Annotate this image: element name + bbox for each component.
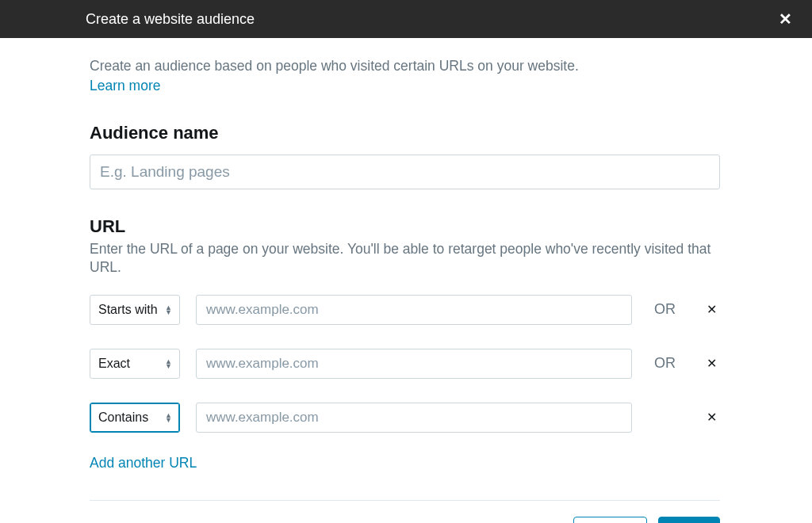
url-input[interactable]	[196, 403, 632, 433]
url-section-description: Enter the URL of a page on your website.…	[90, 240, 724, 277]
match-type-select[interactable]	[90, 295, 180, 325]
url-section-label: URL	[90, 216, 724, 237]
match-type-wrap: ▲▼	[90, 403, 180, 433]
cancel-button[interactable]: Cancel	[573, 517, 648, 523]
or-label: OR	[654, 301, 694, 318]
remove-row-icon[interactable]: ✕	[705, 356, 718, 371]
footer-divider	[90, 500, 720, 501]
match-type-wrap: ▲▼	[90, 295, 180, 325]
match-type-wrap: ▲▼	[90, 349, 180, 379]
modal-footer: By clicking "Save", I agree to these ter…	[90, 517, 720, 523]
or-label: OR	[654, 355, 694, 372]
url-input[interactable]	[196, 295, 632, 325]
url-row: ▲▼ OR ✕	[90, 295, 724, 325]
url-row: ▲▼ ✕	[90, 403, 724, 433]
audience-name-input[interactable]	[90, 155, 720, 189]
modal-header: Create a website audience ✕	[0, 0, 812, 38]
audience-name-label: Audience name	[90, 123, 724, 143]
remove-row-icon[interactable]: ✕	[705, 410, 718, 425]
modal-title: Create a website audience	[86, 11, 255, 28]
intro-text: Create an audience based on people who v…	[90, 57, 724, 76]
learn-more-link[interactable]: Learn more	[90, 78, 161, 94]
close-icon[interactable]: ✕	[779, 10, 796, 29]
url-input[interactable]	[196, 349, 632, 379]
match-type-select[interactable]	[90, 403, 180, 433]
modal-content: Create an audience based on people who v…	[90, 38, 724, 523]
remove-row-icon[interactable]: ✕	[705, 302, 718, 317]
url-row: ▲▼ OR ✕	[90, 349, 724, 379]
save-button[interactable]: Save	[658, 517, 720, 523]
add-another-url-link[interactable]: Add another URL	[90, 455, 197, 471]
match-type-select[interactable]	[90, 349, 180, 379]
